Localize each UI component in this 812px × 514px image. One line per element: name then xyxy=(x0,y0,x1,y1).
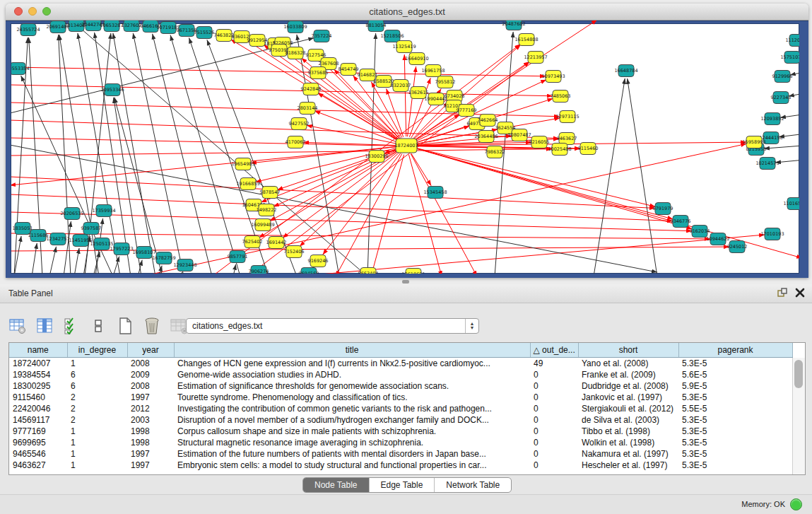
table-row[interactable]: 946554611997Estimation of the future num… xyxy=(9,448,792,460)
table-cell[interactable]: Jankovic et al. (1997) xyxy=(578,392,678,403)
table-cell[interactable]: Genome-wide association studies in ADHD. xyxy=(174,369,530,380)
table-source-select[interactable]: citations_edges.txt ▲▼ xyxy=(186,318,479,334)
tab-network-table[interactable]: Network Table xyxy=(434,478,511,492)
table-cell[interactable]: 0 xyxy=(530,380,578,392)
table-cell[interactable]: 2009 xyxy=(127,369,174,380)
table-cell[interactable]: 0 xyxy=(530,414,578,426)
show-columns-icon[interactable] xyxy=(35,317,54,335)
table-cell[interactable]: 0 xyxy=(530,426,578,437)
table-cell[interactable]: 5.3E-5 xyxy=(678,426,792,437)
table-cell[interactable]: 5.3E-5 xyxy=(678,460,792,471)
graph-node[interactable]: 6791979 xyxy=(653,203,673,215)
graph-node[interactable]: 9427552 xyxy=(289,118,310,130)
table-cell[interactable]: 5.3E-5 xyxy=(678,392,792,403)
column-header-short[interactable]: short xyxy=(578,343,678,358)
vertical-scrollbar[interactable] xyxy=(792,358,805,474)
table-cell[interactable]: 2 xyxy=(67,403,127,414)
graph-node[interactable]: 5878547 xyxy=(260,187,281,199)
graph-node[interactable]: 9129966 xyxy=(772,71,793,83)
table-row[interactable]: 1938455462009Genome-wide association stu… xyxy=(9,369,792,380)
table-cell[interactable]: 1998 xyxy=(127,426,174,437)
graph-node[interactable]: 7986322 xyxy=(485,146,505,158)
table-row[interactable]: 2242004622012Investigating the contribut… xyxy=(9,403,792,414)
table-cell[interactable]: 1997 xyxy=(127,460,174,471)
table-cell[interactable]: de Silva et al. (2003) xyxy=(578,414,678,426)
table-row[interactable]: 969969511998Structural magnetic resonanc… xyxy=(9,437,792,448)
table-cell[interactable]: 2 xyxy=(67,414,127,426)
table-cell[interactable]: Embryonic stem cells: a model to study s… xyxy=(174,460,530,471)
table-cell[interactable]: 1998 xyxy=(127,437,174,448)
table-cell[interactable]: 1 xyxy=(67,460,127,471)
delete-table-icon[interactable] xyxy=(143,317,161,335)
table-cell[interactable]: Estimation of the future numbers of pati… xyxy=(174,448,530,460)
table-cell[interactable]: 5.9E-5 xyxy=(678,380,792,392)
column-checklist-icon[interactable] xyxy=(62,317,81,335)
table-cell[interactable]: 49 xyxy=(530,358,578,370)
graph-node[interactable]: 9245012 xyxy=(727,241,748,253)
scrollbar-thumb[interactable] xyxy=(794,360,803,388)
tab-node-table[interactable]: Node Table xyxy=(303,478,369,492)
graph-node[interactable]: 1691442 xyxy=(266,237,287,249)
table-mode-icon[interactable] xyxy=(8,317,27,335)
table-cell[interactable]: Hescheler et al. (1997) xyxy=(578,460,678,471)
graph-node[interactable]: 7462664 xyxy=(478,115,498,127)
table-cell[interactable]: 2008 xyxy=(127,358,174,370)
tab-edge-table[interactable]: Edge Table xyxy=(369,478,435,492)
network-window-titlebar[interactable]: citations_edges.txt xyxy=(6,4,808,21)
table-cell[interactable]: 5.3E-5 xyxy=(678,448,792,460)
graph-node[interactable]: 7152406 xyxy=(284,246,305,258)
table-row[interactable]: 1872400712008Changes of HCN gene express… xyxy=(9,358,792,370)
table-cell[interactable]: 1997 xyxy=(127,392,174,403)
table-row[interactable]: 911546021997Tourette syndrome. Phenomeno… xyxy=(9,392,792,403)
graph-node[interactable]: 9227343 xyxy=(771,92,792,104)
table-cell[interactable]: Corpus callosum shape and size in male p… xyxy=(174,426,530,437)
table-cell[interactable]: 9463627 xyxy=(9,460,67,471)
table-cell[interactable]: 18300295 xyxy=(9,380,67,392)
table-cell[interactable]: 1 xyxy=(67,358,127,370)
graph-node[interactable]: 18724007 xyxy=(394,139,418,153)
table-cell[interactable]: 5.3E-5 xyxy=(678,437,792,448)
table-row[interactable]: 977716911998Corpus callosum shape and si… xyxy=(9,426,792,437)
table-row[interactable]: 1830029562008Estimation of significance … xyxy=(9,380,792,392)
table-cell[interactable]: 6 xyxy=(67,380,127,392)
table-cell[interactable]: Wolkin et al. (1998) xyxy=(578,437,678,448)
graph-node[interactable]: 1115686 xyxy=(28,230,49,242)
table-row[interactable]: 946362711997Embryonic stem cells: a mode… xyxy=(9,460,792,471)
float-window-icon[interactable] xyxy=(777,287,788,301)
column-header-pagerank[interactable]: pagerank xyxy=(678,343,792,358)
column-header-in_degree[interactable]: in_degree xyxy=(67,343,127,358)
table-cell[interactable]: 5.6E-5 xyxy=(678,369,792,380)
table-cell[interactable]: Dudbridge et al. (2008) xyxy=(578,380,678,392)
table-cell[interactable]: 0 xyxy=(530,460,578,471)
table-row[interactable]: 1456911722003Disruption of a novel membe… xyxy=(9,414,792,426)
table-cell[interactable]: 9115460 xyxy=(9,392,67,403)
table-cell[interactable]: 5.5E-5 xyxy=(678,403,792,414)
table-cell[interactable]: 0 xyxy=(530,448,578,460)
graph-node[interactable]: 9242848 xyxy=(301,83,322,95)
graph-node[interactable]: 8186328 xyxy=(286,47,306,59)
graph-node[interactable]: 9463627 xyxy=(557,133,577,145)
table-cell[interactable]: 22420046 xyxy=(9,403,67,414)
table-cell[interactable]: Franke et al. (2009) xyxy=(578,369,678,380)
table-cell[interactable]: 9465546 xyxy=(9,448,67,460)
table-cell[interactable]: 1 xyxy=(67,448,127,460)
column-header-year[interactable]: year xyxy=(127,343,174,358)
table-cell[interactable]: 1 xyxy=(67,437,127,448)
table-cell[interactable]: 5.3E-5 xyxy=(678,358,792,370)
graph-node[interactable]: 4170067 xyxy=(286,136,306,148)
graph-node[interactable]: 7955812 xyxy=(435,76,456,88)
table-cell[interactable]: Yano et al. (2008) xyxy=(578,358,678,370)
table-cell[interactable]: 6 xyxy=(67,369,127,380)
table-cell[interactable]: Estimation of significance thresholds fo… xyxy=(174,380,530,392)
table-cell[interactable]: Changes of HCN gene expression and I(f) … xyxy=(174,358,530,370)
graph-node[interactable]: 9162034 xyxy=(690,226,710,238)
table-cell[interactable]: Disruption of a novel member of a sodium… xyxy=(174,414,530,426)
table-cell[interactable]: Nakamura et al. (1997) xyxy=(578,448,678,460)
table-cell[interactable]: 2 xyxy=(67,392,127,403)
graph-node[interactable]: 1498222 xyxy=(257,204,277,216)
table-cell[interactable]: 14569117 xyxy=(9,414,67,426)
graph-node[interactable]: 9169246 xyxy=(308,255,329,267)
table-cell[interactable]: 18724007 xyxy=(9,358,67,370)
new-table-icon[interactable] xyxy=(116,317,134,335)
close-panel-icon[interactable] xyxy=(795,288,805,300)
